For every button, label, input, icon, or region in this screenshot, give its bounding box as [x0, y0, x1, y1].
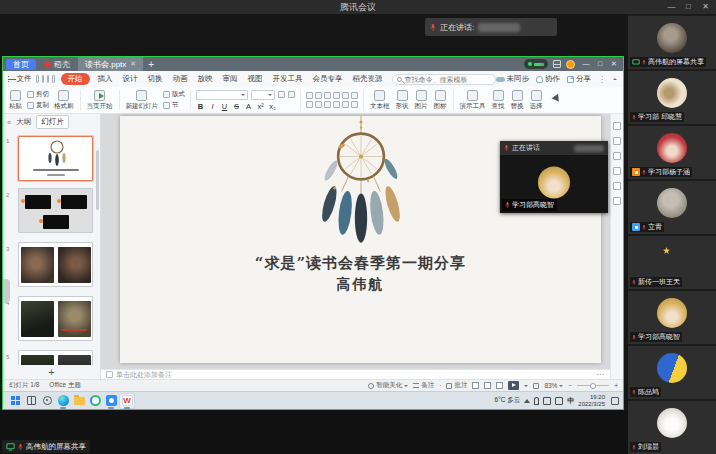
cut-button[interactable]: 剪切 — [27, 90, 49, 99]
participant-tile[interactable]: 陈品鸠 — [628, 346, 716, 399]
panel-tab-outline[interactable]: 大纲 — [16, 117, 31, 127]
slideshow-dropdown-icon[interactable] — [524, 385, 528, 389]
line-spacing-icon[interactable] — [342, 92, 349, 99]
text-direction-icon[interactable] — [351, 92, 358, 99]
panel-collapse-handle[interactable] — [3, 279, 10, 303]
history-icon[interactable] — [613, 167, 621, 175]
picture-button[interactable]: 图片 — [412, 90, 431, 111]
settings-icon[interactable] — [613, 197, 621, 205]
participant-tile[interactable]: 刘瑞晨 — [628, 401, 716, 454]
share-button[interactable]: 分享 — [567, 74, 591, 84]
maximize-icon[interactable]: □ — [680, 0, 697, 14]
participant-tile[interactable]: 学习部 邱晓慧 — [628, 71, 716, 124]
wps-home-tab[interactable]: 首页 — [6, 59, 36, 70]
wps-taskbar-button[interactable]: W — [120, 394, 134, 408]
subscript-button[interactable]: x₂ — [268, 102, 277, 111]
ribbon-tab-insert[interactable]: 插入 — [93, 71, 118, 87]
zoom-knob[interactable] — [590, 383, 596, 389]
font-family-select[interactable] — [196, 90, 248, 100]
start-button[interactable] — [8, 394, 22, 408]
section-button[interactable]: 节 — [163, 101, 185, 110]
sync-status[interactable]: 未同步 — [496, 74, 530, 84]
comments-toggle[interactable]: 批注 — [446, 381, 467, 390]
collapse-ribbon-icon[interactable] — [613, 76, 617, 80]
print-icon[interactable] — [42, 75, 44, 83]
icons-button[interactable]: 图标 — [431, 90, 450, 111]
slideshow-button[interactable] — [508, 381, 519, 390]
file-explorer-button[interactable] — [72, 394, 86, 408]
task-view-button[interactable] — [24, 394, 38, 408]
settings-taskbar-button[interactable] — [40, 394, 54, 408]
zoom-in-button[interactable]: + — [614, 382, 618, 389]
indent-increase-icon[interactable] — [333, 92, 340, 99]
notes-bar[interactable]: 单击此处添加备注 ⋯ — [101, 369, 610, 379]
notification-center-icon[interactable] — [611, 397, 619, 405]
floating-speaker-panel[interactable]: 正在讲话 学习部高晓智 — [500, 141, 608, 213]
zoom-level[interactable]: 83% — [544, 382, 563, 389]
ime-indicator[interactable]: 中 — [567, 396, 574, 406]
align-center-icon[interactable] — [315, 101, 322, 108]
participant-tile[interactable]: 学习部高晓智 — [628, 291, 716, 344]
document-tab[interactable]: 读书会.pptx ✕ — [78, 57, 143, 71]
fit-window-icon[interactable] — [533, 383, 539, 389]
participant-tile[interactable]: 高伟航的屏幕共享 — [628, 16, 716, 69]
ribbon-tab-design[interactable]: 设计 — [118, 71, 143, 87]
zoom-out-button[interactable]: − — [568, 382, 572, 389]
superscript-button[interactable]: x² — [256, 102, 265, 111]
ribbon-tab-view[interactable]: 视图 — [243, 71, 268, 87]
slide-thumbnail-3[interactable] — [18, 242, 93, 287]
normal-view-icon[interactable] — [472, 382, 479, 389]
new-tab-button[interactable]: + — [148, 59, 154, 70]
more-icon[interactable]: ⋮ — [598, 75, 606, 84]
tray-expand-icon[interactable] — [524, 396, 530, 403]
ribbon-tab-review[interactable]: 审阅 — [218, 71, 243, 87]
new-slide-button[interactable]: 新建幻灯片 — [123, 90, 162, 111]
slide-thumbnail-2[interactable] — [18, 188, 93, 233]
close-icon[interactable]: ✕ — [697, 0, 714, 14]
replace-button[interactable]: 替换 — [508, 90, 527, 111]
participant-tile[interactable]: 新传一班王天 — [628, 236, 716, 289]
format-painter-button[interactable]: 格式刷 — [51, 90, 77, 111]
redo-icon[interactable] — [52, 75, 54, 83]
reading-view-icon[interactable] — [496, 382, 503, 389]
textbox-button[interactable]: 文本框 — [367, 90, 393, 111]
font-color-button[interactable]: A — [244, 102, 253, 111]
ribbon-tab-home[interactable]: 开始 — [61, 73, 90, 85]
increase-font-icon[interactable] — [278, 91, 285, 98]
slide-thumbnail-5[interactable] — [18, 350, 93, 365]
tray-volume-icon[interactable] — [555, 397, 563, 405]
slide-thumbnail-4[interactable] — [18, 296, 93, 341]
properties-icon[interactable] — [613, 122, 621, 130]
collapse-panel-icon[interactable]: « — [7, 118, 11, 127]
pin-icon[interactable] — [613, 137, 621, 145]
help-icon[interactable] — [613, 182, 621, 190]
ribbon-tab-animation[interactable]: 动画 — [168, 71, 193, 87]
layout-button[interactable]: 版式 — [163, 90, 185, 99]
copy-button[interactable]: 复制 — [27, 101, 49, 110]
ribbon-tab-docer[interactable]: 稻壳资源 — [348, 71, 388, 87]
wps-docer-tab[interactable]: 稻壳 — [36, 57, 78, 71]
bold-button[interactable]: B — [196, 102, 205, 111]
tray-mic-icon[interactable] — [534, 397, 539, 405]
paragraph-settings-icon[interactable] — [351, 101, 358, 108]
font-size-select[interactable] — [251, 90, 275, 100]
edge-button[interactable] — [56, 394, 70, 408]
justify-icon[interactable] — [333, 101, 340, 108]
align-left-icon[interactable] — [306, 101, 313, 108]
select-button[interactable]: 选择 — [527, 90, 546, 111]
sorter-view-icon[interactable] — [484, 382, 491, 389]
ribbon-tab-developer[interactable]: 开发工具 — [268, 71, 308, 87]
clock[interactable]: 19:202022/3/25 — [578, 394, 605, 407]
weather-widget[interactable]: 6°C 多云 — [495, 396, 521, 405]
wps-maximize-icon[interactable]: □ — [593, 57, 607, 71]
tab-close-icon[interactable]: ✕ — [130, 60, 136, 68]
tray-display-icon[interactable] — [543, 397, 551, 405]
ribbon-tab-transition[interactable]: 切换 — [143, 71, 168, 87]
strikethrough-button[interactable]: S — [232, 102, 241, 111]
wps-minimize-icon[interactable]: — — [579, 57, 593, 71]
notes-toggle[interactable]: 备注 — [413, 381, 434, 390]
command-search[interactable] — [392, 74, 496, 85]
tencent-docs-button[interactable] — [88, 394, 102, 408]
presentation-tools-button[interactable]: 演示工具 — [457, 90, 489, 111]
panel-tab-slides[interactable]: 幻灯片 — [36, 115, 69, 129]
